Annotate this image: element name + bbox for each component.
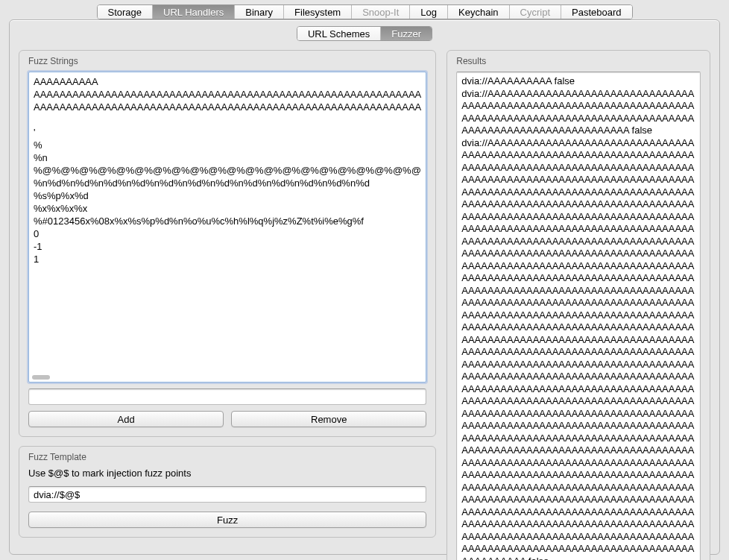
results-line: dvia://AAAAAAAAAAAAAAAAAAAAAAAAAAAAAAAAA… <box>461 137 695 561</box>
fuzz-strings-title: Fuzz Strings <box>28 56 426 66</box>
results-line: dvia://AAAAAAAAAAAAAAAAAAAAAAAAAAAAAAAAA… <box>461 88 695 137</box>
fuzz-string-line[interactable]: %s%p%x%d <box>34 189 421 202</box>
fuzz-string-line[interactable]: %@%@%@%@%@%@%@%@%@%@%@%@%@%@%@%@%@%@%@%@… <box>34 164 421 177</box>
tab-url-handlers[interactable]: URL Handlers <box>153 5 235 19</box>
tab-keychain[interactable]: Keychain <box>448 5 509 19</box>
fuzz-string-line[interactable]: -1 <box>34 240 421 253</box>
fuzz-strings-textarea[interactable]: AAAAAAAAAAAAAAAAAAAAAAAAAAAAAAAAAAAAAAAA… <box>28 72 426 383</box>
tab-binary[interactable]: Binary <box>235 5 284 19</box>
results-line: dvia://AAAAAAAAAA false <box>461 75 695 88</box>
fuzz-strings-group: Fuzz Strings AAAAAAAAAAAAAAAAAAAAAAAAAAA… <box>19 50 436 437</box>
fuzz-string-line[interactable] <box>34 113 421 126</box>
main-tab-strip: StorageURL HandlersBinaryFilesystemSnoop… <box>97 4 633 19</box>
main-tab-bar: StorageURL HandlersBinaryFilesystemSnoop… <box>0 0 729 19</box>
main-panel: URL SchemesFuzzer Fuzz Strings AAAAAAAAA… <box>9 19 720 555</box>
fuzz-button[interactable]: Fuzz <box>28 512 426 528</box>
fuzz-string-line[interactable]: %n%d%n%d%n%d%n%d%n%d%n%d%n%d%n%d%n%d%n%d… <box>34 177 421 189</box>
add-button[interactable]: Add <box>28 411 224 427</box>
fuzz-template-title: Fuzz Template <box>28 452 426 462</box>
tab-cycript: Cycript <box>510 5 561 19</box>
fuzz-string-line[interactable]: %n <box>34 151 421 164</box>
results-title: Results <box>456 56 701 66</box>
fuzz-string-line[interactable]: AAAAAAAAAA <box>34 75 421 88</box>
tab-pasteboard[interactable]: Pasteboard <box>561 5 632 19</box>
fuzz-string-line[interactable]: % <box>34 139 421 151</box>
subtab-fuzzer[interactable]: Fuzzer <box>381 27 432 40</box>
fuzz-string-line[interactable]: 0 <box>34 227 421 240</box>
fuzz-string-line[interactable]: %#0123456x%08x%x%s%p%d%n%o%u%c%h%l%q%j%z… <box>34 215 421 227</box>
results-group: Results dvia://AAAAAAAAAA falsedvia://AA… <box>446 50 710 560</box>
fuzz-string-line[interactable]: AAAAAAAAAAAAAAAAAAAAAAAAAAAAAAAAAAAAAAAA… <box>34 101 421 113</box>
horizontal-scrollbar-thumb[interactable] <box>32 375 50 380</box>
remove-button[interactable]: Remove <box>231 411 426 427</box>
fuzz-template-input[interactable] <box>28 486 426 503</box>
tab-storage[interactable]: Storage <box>98 5 154 19</box>
subtab-url-schemes[interactable]: URL Schemes <box>297 27 381 40</box>
tab-log[interactable]: Log <box>410 5 448 19</box>
results-textarea[interactable]: dvia://AAAAAAAAAA falsedvia://AAAAAAAAAA… <box>456 72 701 560</box>
tab-filesystem[interactable]: Filesystem <box>284 5 352 19</box>
tab-snoop-it: Snoop-It <box>352 5 410 19</box>
fuzz-template-hint: Use $@$ to mark injection fuzz points <box>28 468 426 479</box>
fuzz-string-line[interactable]: AAAAAAAAAAAAAAAAAAAAAAAAAAAAAAAAAAAAAAAA… <box>34 88 421 101</box>
fuzz-string-line[interactable]: %x%x%x%x <box>34 202 421 215</box>
fuzz-string-line[interactable]: 1 <box>34 253 421 265</box>
sub-tab-bar: URL SchemesFuzzer <box>10 20 719 45</box>
fuzz-string-input[interactable] <box>28 388 426 405</box>
fuzz-string-line[interactable]: ' <box>34 126 421 139</box>
sub-tab-strip: URL SchemesFuzzer <box>297 26 432 41</box>
fuzz-template-group: Fuzz Template Use $@$ to mark injection … <box>19 446 436 538</box>
